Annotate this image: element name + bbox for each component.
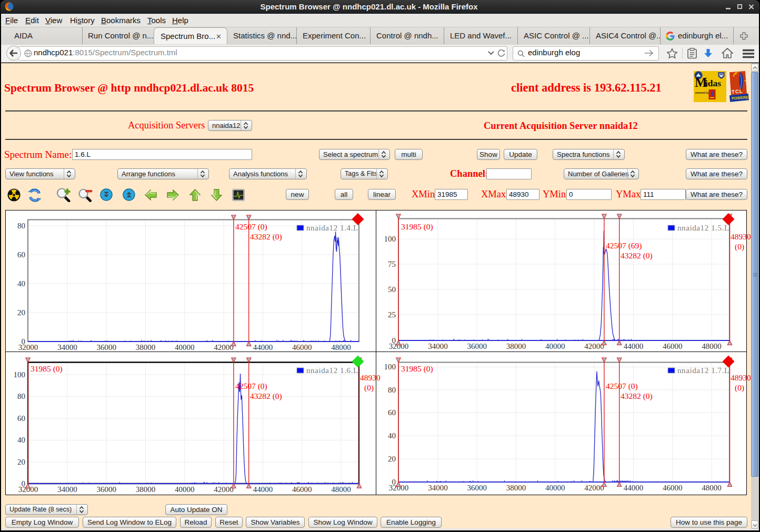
- svg-text:42000: 42000: [584, 342, 604, 350]
- svg-text:40000: 40000: [175, 343, 195, 352]
- svg-text:48000: 48000: [702, 342, 722, 350]
- svg-text:48930: 48930: [731, 373, 751, 382]
- svg-text:42507 (69): 42507 (69): [606, 241, 642, 250]
- svg-text:100: 100: [384, 363, 396, 371]
- svg-text:42000: 42000: [214, 343, 234, 352]
- svg-text:34000: 34000: [428, 484, 448, 492]
- svg-text:42000: 42000: [584, 484, 604, 492]
- svg-text:(0): (0): [364, 383, 374, 393]
- svg-text:48930: 48930: [731, 232, 751, 241]
- svg-text:(0): (0): [735, 242, 744, 252]
- svg-text:43282 (0): 43282 (0): [621, 251, 653, 260]
- svg-text:48000: 48000: [331, 485, 351, 494]
- svg-text:44000: 44000: [253, 485, 273, 494]
- svg-text:43282 (0): 43282 (0): [621, 392, 653, 401]
- svg-text:nnaida12 1.6.L: nnaida12 1.6.L: [306, 366, 358, 375]
- svg-text:34000: 34000: [428, 342, 448, 350]
- svg-text:40000: 40000: [545, 342, 565, 350]
- svg-text:31985 (0): 31985 (0): [401, 222, 433, 232]
- svg-text:36000: 36000: [467, 342, 487, 350]
- svg-text:38000: 38000: [136, 485, 156, 494]
- svg-text:20: 20: [17, 458, 25, 466]
- svg-text:60: 60: [17, 414, 25, 423]
- svg-text:42507 (0): 42507 (0): [235, 222, 267, 232]
- svg-text:32000: 32000: [18, 343, 38, 352]
- svg-text:44000: 44000: [624, 484, 644, 492]
- svg-text:25: 25: [388, 310, 396, 319]
- svg-text:20: 20: [388, 455, 396, 463]
- svg-text:44000: 44000: [624, 342, 644, 350]
- svg-text:46000: 46000: [292, 343, 312, 352]
- svg-text:34000: 34000: [57, 485, 77, 494]
- svg-text:nnaida12 1.4.L: nnaida12 1.4.L: [306, 224, 358, 232]
- svg-text:38000: 38000: [506, 342, 526, 350]
- svg-text:100: 100: [14, 370, 26, 379]
- svg-text:36000: 36000: [96, 485, 116, 494]
- svg-text:(0): (0): [735, 383, 744, 393]
- svg-text:40: 40: [17, 279, 25, 288]
- svg-text:44000: 44000: [253, 343, 273, 352]
- svg-text:36000: 36000: [96, 343, 116, 352]
- svg-text:40000: 40000: [175, 485, 195, 494]
- svg-text:42507 (0): 42507 (0): [235, 382, 267, 391]
- svg-text:nnaida12 1.7.L: nnaida12 1.7.L: [677, 366, 729, 375]
- svg-text:42000: 42000: [214, 485, 234, 494]
- svg-text:42507 (0): 42507 (0): [606, 382, 638, 391]
- svg-text:40000: 40000: [545, 484, 565, 492]
- svg-text:46000: 46000: [663, 342, 683, 350]
- svg-text:40: 40: [17, 436, 25, 444]
- svg-text:100: 100: [384, 235, 396, 243]
- svg-text:48000: 48000: [702, 484, 722, 492]
- svg-text:46000: 46000: [663, 484, 683, 492]
- svg-text:nnaida12 1.5.L: nnaida12 1.5.L: [677, 224, 729, 232]
- svg-text:38000: 38000: [136, 343, 156, 352]
- svg-text:34000: 34000: [57, 343, 77, 352]
- svg-text:20: 20: [17, 308, 25, 317]
- svg-text:80: 80: [17, 222, 25, 230]
- svg-text:TCL: TCL: [732, 88, 743, 95]
- svg-text:75: 75: [388, 260, 396, 268]
- svg-text:60: 60: [17, 250, 25, 259]
- svg-text:powered by: powered by: [695, 92, 709, 94]
- svg-text:60: 60: [388, 408, 396, 417]
- svg-text:46000: 46000: [292, 485, 312, 494]
- svg-text:48000: 48000: [331, 343, 351, 352]
- svg-text:idas: idas: [705, 78, 721, 88]
- svg-text:80: 80: [17, 392, 25, 400]
- svg-text:80: 80: [388, 386, 396, 394]
- svg-text:38000: 38000: [506, 484, 526, 492]
- svg-text:36000: 36000: [467, 484, 487, 492]
- svg-text:43282 (0): 43282 (0): [250, 232, 282, 242]
- svg-text:31985 (0): 31985 (0): [401, 364, 433, 374]
- svg-text:50: 50: [388, 285, 396, 294]
- svg-text:43282 (0): 43282 (0): [250, 392, 282, 401]
- svg-text:40: 40: [388, 431, 396, 440]
- svg-text:31985 (0): 31985 (0): [31, 364, 63, 374]
